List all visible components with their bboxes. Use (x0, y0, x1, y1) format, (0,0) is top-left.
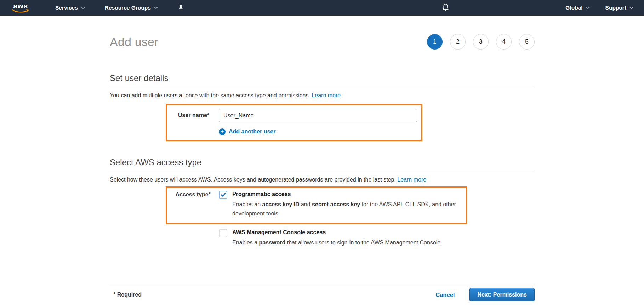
add-another-user-label: Add another user (229, 128, 275, 135)
programmatic-access-option: Programmatic access Enables an access ke… (232, 190, 466, 218)
nav-region-global[interactable]: Global (565, 5, 589, 11)
step-5: 5 (519, 34, 535, 50)
nav-resource-groups[interactable]: Resource Groups (105, 5, 158, 11)
nav-resource-groups-label: Resource Groups (105, 5, 151, 11)
pin-icon[interactable] (178, 4, 184, 11)
user-details-learn-more-link[interactable]: Learn more (312, 92, 341, 98)
nav-services-label: Services (55, 5, 78, 11)
section-divider (110, 87, 535, 87)
user-details-heading: Set user details (110, 73, 535, 83)
desc-text: and (300, 201, 312, 207)
desc-text: Enables an (232, 201, 262, 207)
step-1: 1 (427, 34, 443, 50)
console-access-row: AWS Management Console access Enables a … (219, 229, 535, 247)
user-name-label: User name* (167, 109, 219, 119)
add-user-page: aws Services Resource Groups (0, 0, 644, 305)
desc-bold: access key ID (262, 201, 300, 207)
desc-text: Enables a (232, 240, 259, 246)
checkmark-icon (220, 192, 226, 198)
step-2: 2 (450, 34, 466, 50)
aws-logo-text: aws (13, 3, 28, 9)
console-access-option: AWS Management Console access Enables a … (232, 229, 442, 247)
chevron-down-icon (81, 7, 85, 9)
plus-circle-icon: + (219, 128, 226, 135)
bell-icon[interactable] (442, 3, 449, 13)
nav-support-label: Support (605, 5, 626, 11)
access-type-highlight-box: Access type* Programmatic access Enables… (166, 186, 467, 224)
cancel-button[interactable]: Cancel (435, 292, 455, 298)
step-3: 3 (473, 34, 489, 50)
user-details-description: You can add multiple users at once with … (110, 92, 535, 99)
console-access-checkbox[interactable] (219, 229, 227, 237)
console-access-desc: Enables a password that allows users to … (232, 238, 442, 247)
desc-text: that allows users to sign-in to the AWS … (285, 240, 442, 246)
nav-services[interactable]: Services (55, 5, 85, 11)
access-type-heading: Select AWS access type (110, 157, 535, 167)
user-name-input[interactable] (219, 109, 417, 122)
nav-global-label: Global (565, 5, 582, 11)
user-name-highlight-box: User name* + Add another user (166, 104, 422, 141)
nav-right-group: Global Support (565, 5, 633, 11)
add-another-user-button[interactable]: + Add another user (219, 128, 417, 135)
required-note: * Required (110, 292, 142, 298)
programmatic-access-desc: Enables an access key ID and secret acce… (232, 200, 466, 218)
chevron-down-icon (586, 7, 590, 9)
next-permissions-button[interactable]: Next: Permissions (469, 288, 535, 301)
access-type-description-text: Select how these users will access AWS. … (110, 177, 397, 183)
top-navbar: aws Services Resource Groups (0, 0, 644, 16)
wizard-footer: * Required Cancel Next: Permissions (110, 284, 535, 305)
access-type-label: Access type* (167, 190, 219, 198)
access-type-description: Select how these users will access AWS. … (110, 176, 535, 184)
chevron-down-icon (629, 7, 633, 9)
aws-smile-icon (12, 9, 29, 13)
programmatic-access-title: Programmatic access (232, 190, 466, 198)
user-details-description-text: You can add multiple users at once with … (110, 92, 312, 98)
desc-bold: secret access key (312, 201, 360, 207)
nav-support[interactable]: Support (605, 5, 633, 11)
desc-bold: password (259, 240, 286, 246)
access-type-learn-more-link[interactable]: Learn more (397, 177, 426, 183)
console-access-title: AWS Management Console access (232, 229, 442, 236)
aws-logo[interactable]: aws (11, 3, 30, 13)
programmatic-access-checkbox[interactable] (219, 191, 227, 199)
section-divider (110, 171, 535, 171)
step-4: 4 (496, 34, 512, 50)
chevron-down-icon (154, 7, 158, 9)
page-title: Add user (110, 35, 159, 49)
step-indicator: 1 2 3 4 5 (427, 34, 535, 50)
